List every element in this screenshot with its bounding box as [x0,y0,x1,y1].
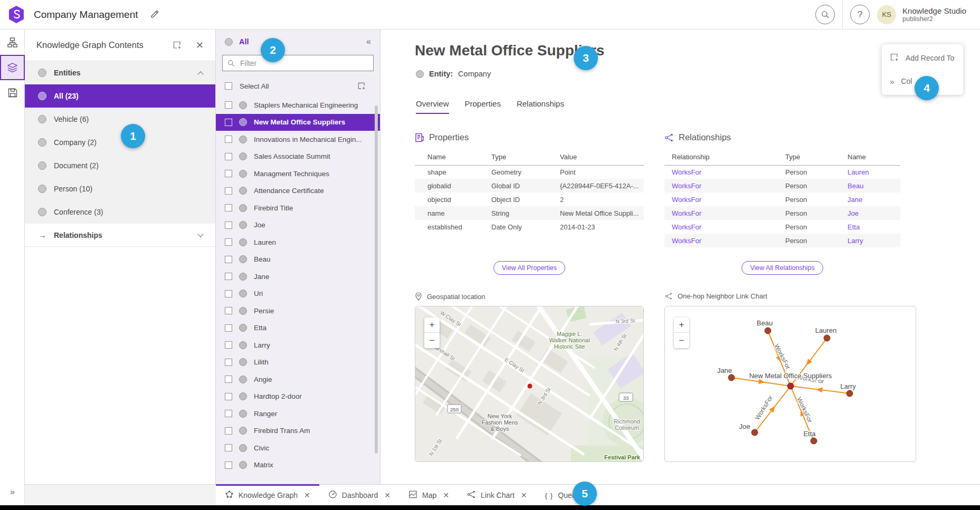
item-checkbox[interactable] [225,204,232,211]
save-tool[interactable] [0,80,25,105]
view-all-properties-button[interactable]: View All Properties [493,261,565,275]
entity-type-row[interactable]: Vehicle (6) [25,108,215,131]
item-checkbox[interactable] [225,273,232,280]
zoom-in-button[interactable]: + [424,317,440,333]
list-item[interactable]: Larry [216,336,380,354]
edit-title-icon[interactable] [150,10,159,19]
item-checkbox[interactable] [225,410,232,417]
list-item[interactable]: Lauren [216,234,380,251]
help-button[interactable]: ? [850,5,870,24]
contents-tool[interactable] [0,55,25,80]
list-item[interactable]: Ranger [216,405,380,422]
list-item[interactable]: Sales Associate Summit [216,148,380,166]
record-link[interactable]: WorksFor [672,196,701,204]
close-tab-icon[interactable]: ✕ [384,491,391,499]
list-item[interactable]: Joe [216,217,380,234]
record-link[interactable]: Larry [848,237,863,245]
geospatial-map[interactable]: W Clay StW Marshall StE Clay StN 3rd StN… [415,306,644,462]
view-tab-dashboard[interactable]: Dashboard ✕ [319,485,399,505]
list-item[interactable]: Uri [216,285,380,303]
list-item[interactable]: Managment Techniques [216,165,380,182]
list-item[interactable]: Hardtop 2-door [216,388,380,406]
list-item[interactable]: Beau [216,251,380,268]
list-item[interactable]: Civic [216,439,380,457]
list-item[interactable]: Staplers Mechanical Engineering [216,97,380,114]
list-item[interactable]: Attendance Certificate [216,182,380,200]
entity-type-row[interactable]: Document (2) [25,154,215,177]
item-checkbox[interactable] [225,153,232,160]
avatar[interactable]: KS [877,5,896,24]
list-item[interactable]: Etta [216,320,380,337]
record-link[interactable]: WorksFor [672,223,701,231]
item-checkbox[interactable] [225,376,232,383]
record-link[interactable]: Etta [848,223,860,231]
expand-rail-button[interactable]: » [0,487,25,497]
item-checkbox[interactable] [225,238,232,246]
item-checkbox[interactable] [225,359,232,366]
item-checkbox[interactable] [225,290,232,297]
record-link[interactable]: WorksFor [672,182,701,190]
one-hop-link-chart[interactable]: WorksForWorksForWorksForWorksForBeauLaur… [665,306,916,462]
list-item[interactable]: Firebird Trans Am [216,422,380,440]
close-panel-button[interactable]: ✕ [196,40,204,51]
entity-type-row[interactable]: Company (2) [25,131,215,154]
list-item[interactable]: New Metal Office Suppliers [216,114,380,131]
list-item[interactable]: Persie [216,302,380,320]
view-tab-map[interactable]: Map ✕ [399,485,458,505]
view-all-relationships-button[interactable]: View All Relationships [741,261,823,275]
item-checkbox[interactable] [225,187,232,195]
list-item[interactable]: Angie [216,371,380,388]
select-all-checkbox[interactable] [225,82,232,90]
item-checkbox[interactable] [225,119,232,126]
record-link[interactable]: Jane [848,196,862,204]
record-tab-properties[interactable]: Properties [465,99,501,114]
record-link[interactable]: Beau [848,182,863,190]
search-button[interactable] [815,5,835,24]
relationships-group-header[interactable]: → Relationships [25,224,215,247]
zoom-in-button[interactable]: + [674,317,689,333]
context-menu-item[interactable]: Add Record To [882,46,963,70]
list-item[interactable]: Lilith [216,354,380,371]
add-record-button[interactable] [357,82,366,90]
item-checkbox[interactable] [225,324,232,332]
list-item[interactable]: Firebird Title [216,199,380,217]
record-tab-overview[interactable]: Overview [416,99,449,114]
item-checkbox[interactable] [225,101,232,109]
list-item[interactable]: Innovations in Mechanical Engin... [216,131,380,148]
item-checkbox[interactable] [225,461,232,469]
close-tab-icon[interactable]: ✕ [304,491,310,499]
scrollbar[interactable] [375,105,378,454]
entity-type-row[interactable]: All (23) [25,84,215,108]
close-tab-icon[interactable]: ✕ [521,491,527,499]
item-checkbox[interactable] [225,136,232,143]
collapse-panel-button[interactable]: « [366,37,371,46]
item-checkbox[interactable] [225,307,232,314]
item-checkbox[interactable] [225,222,232,229]
item-checkbox[interactable] [225,427,232,435]
item-checkbox[interactable] [225,393,232,400]
view-tab-knowledge-graph[interactable]: Knowledge Graph ✕ [216,485,319,505]
entity-type-row[interactable]: Person (10) [25,177,215,200]
list-item[interactable]: Jane [216,268,380,285]
new-layout-button[interactable] [173,41,182,50]
entities-group-header[interactable]: Entities [25,61,215,84]
record-link[interactable]: WorksFor [672,168,701,176]
item-checkbox[interactable] [225,170,232,177]
record-tab-relationships[interactable]: Relationships [517,99,564,114]
view-tab-link-chart[interactable]: Link Chart ✕ [458,485,536,505]
user-info[interactable]: Knowledge Studio publisher2 [902,6,966,23]
filter-input[interactable] [239,59,368,68]
record-link[interactable]: WorksFor [672,209,701,217]
entity-type-row[interactable]: Conference (3) [25,200,215,224]
close-tab-icon[interactable]: ✕ [443,491,449,499]
item-checkbox[interactable] [225,444,232,451]
record-link[interactable]: Lauren [848,168,869,176]
zoom-out-button[interactable]: − [674,333,689,348]
item-checkbox[interactable] [225,256,232,263]
data-model-tool[interactable] [0,30,25,55]
record-link[interactable]: Joe [848,209,859,217]
list-item[interactable]: Matrix [216,457,380,474]
record-link[interactable]: WorksFor [672,237,701,245]
item-checkbox[interactable] [225,341,232,349]
zoom-out-button[interactable]: − [424,333,440,348]
